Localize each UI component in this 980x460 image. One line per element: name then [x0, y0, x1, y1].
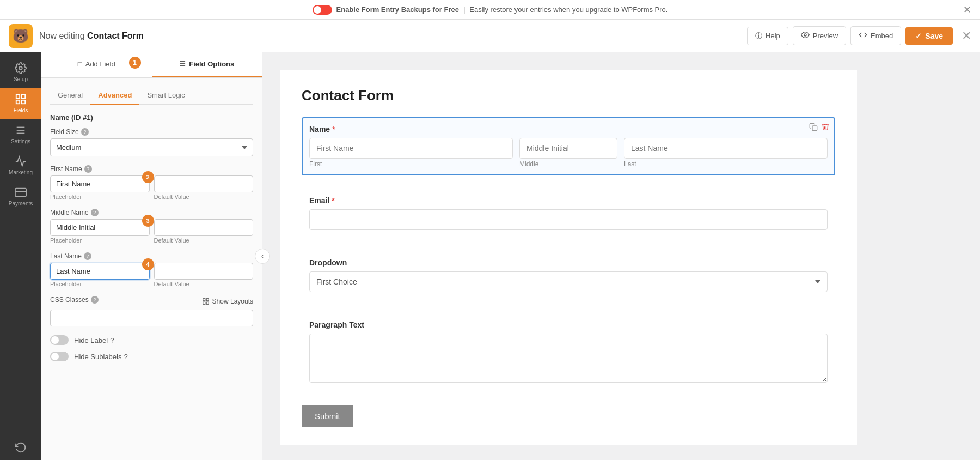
svg-point-0: [804, 34, 806, 36]
middle-name-placeholder-input[interactable]: [50, 219, 150, 236]
close-button[interactable]: ✕: [961, 29, 971, 43]
last-name-default-input[interactable]: [154, 263, 254, 280]
show-layouts-link[interactable]: Show Layouts: [202, 298, 253, 305]
email-field-label: Email *: [309, 196, 828, 205]
tab-field-options[interactable]: ☰ Field Options: [152, 52, 262, 77]
last-name-help-icon[interactable]: ?: [84, 252, 91, 260]
middle-name-default-sublabel: Default Value: [154, 237, 254, 244]
sidebar-payments-label: Payments: [9, 201, 33, 207]
sidebar-item-history[interactable]: [0, 436, 41, 460]
middle-name-placeholder-wrapper: 3: [50, 219, 150, 236]
sidebar-item-setup[interactable]: Setup: [0, 57, 41, 88]
middle-name-placeholder-col: 3 Placeholder: [50, 219, 150, 244]
paragraph-preview-textarea[interactable]: [309, 334, 828, 383]
preview-button[interactable]: Preview: [793, 26, 846, 45]
middle-name-badge: 3: [142, 215, 154, 227]
logo: 🐻: [9, 24, 33, 48]
first-name-preview-sublabel: First: [309, 160, 513, 168]
dropdown-field-wrapper[interactable]: Dropdown First Choice: [302, 251, 835, 300]
sub-tab-advanced[interactable]: Advanced: [90, 87, 139, 105]
hide-label-toggle[interactable]: [50, 335, 69, 345]
first-name-placeholder-col: 2 Placeholder: [50, 175, 150, 200]
sub-tab-smart-logic[interactable]: Smart Logic: [139, 87, 192, 105]
dropdown-field-label: Dropdown: [309, 258, 828, 267]
name-field-delete-button[interactable]: [821, 123, 830, 134]
tab-add-field[interactable]: □ Add Field 1: [41, 52, 152, 77]
email-preview-input[interactable]: [309, 209, 828, 230]
save-button[interactable]: ✓ Save: [905, 27, 953, 45]
svg-rect-12: [206, 298, 209, 300]
first-name-placeholder-input[interactable]: [50, 175, 150, 192]
help-button[interactable]: ⓘ Help: [747, 27, 788, 45]
field-options-content: General Advanced Smart Logic Name (ID #1…: [41, 78, 262, 460]
sidebar-item-settings[interactable]: Settings: [0, 119, 41, 150]
name-field-wrapper[interactable]: Name * First Middle: [302, 117, 835, 175]
first-name-default-input[interactable]: [154, 175, 254, 192]
check-icon: ✓: [915, 32, 922, 40]
dropdown-preview-select[interactable]: First Choice: [309, 271, 828, 292]
css-classes-input[interactable]: [50, 310, 253, 326]
form-title-header: Now editing Contact Form: [39, 31, 747, 41]
field-size-select[interactable]: Small Medium Large: [50, 138, 253, 156]
svg-point-1: [19, 66, 22, 70]
name-field-copy-button[interactable]: [809, 123, 818, 134]
hide-label-help-icon[interactable]: ?: [110, 336, 114, 344]
last-name-placeholder-input[interactable]: [50, 263, 150, 280]
svg-rect-9: [15, 189, 26, 197]
sidebar-item-fields[interactable]: Fields: [0, 88, 41, 119]
hide-sublabels-help-icon[interactable]: ?: [124, 353, 127, 361]
middle-name-default-input[interactable]: [154, 219, 254, 236]
svg-rect-13: [203, 302, 205, 304]
hide-label-label: Hide Label ?: [74, 336, 114, 344]
first-name-badge: 2: [142, 171, 154, 183]
backup-toggle[interactable]: [313, 5, 332, 15]
preview-email-field: Email *: [302, 189, 835, 238]
sidebar-settings-label: Settings: [11, 138, 30, 144]
form-preview-title: Contact Form: [302, 87, 835, 104]
last-name-preview-input[interactable]: [624, 138, 828, 159]
notification-bar: Enable Form Entry Backups for Free | Eas…: [0, 0, 980, 20]
middle-name-preview-input[interactable]: [519, 138, 617, 159]
middle-name-preview-sublabel: Middle: [519, 160, 617, 168]
sidebar-item-marketing[interactable]: Marketing: [0, 150, 41, 181]
sub-tab-general[interactable]: General: [50, 87, 90, 105]
submit-button[interactable]: Submit: [302, 405, 353, 427]
middle-name-label: Middle Name ?: [50, 209, 253, 216]
sidebar-marketing-label: Marketing: [9, 170, 33, 175]
sidebar-item-payments[interactable]: Payments: [0, 181, 41, 212]
header-actions: ⓘ Help Preview Embed ✓ Save ✕: [747, 26, 971, 45]
last-name-placeholder-sublabel: Placeholder: [50, 281, 150, 287]
email-field-wrapper[interactable]: Email *: [302, 189, 835, 238]
middle-name-default-col: Default Value: [154, 219, 254, 244]
name-field-actions: [809, 123, 830, 134]
hide-sublabels-toggle[interactable]: [50, 352, 69, 361]
first-name-group: First Name ? 2 Placeholder: [50, 165, 253, 200]
svg-rect-15: [812, 126, 817, 131]
panel-collapse-button[interactable]: ‹: [255, 249, 270, 264]
field-size-help-icon[interactable]: ?: [81, 128, 89, 136]
right-panel: Contact Form Name *: [262, 52, 980, 460]
last-name-badge: 4: [142, 258, 154, 270]
first-name-preview-input[interactable]: [309, 138, 513, 159]
sidebar-fields-label: Fields: [14, 107, 28, 113]
tab-add-field-label: Add Field: [85, 60, 115, 68]
first-name-inputs: 2 Placeholder Default Value: [50, 175, 253, 200]
embed-button[interactable]: Embed: [850, 26, 901, 45]
first-name-help-icon[interactable]: ?: [84, 165, 92, 173]
first-name-label: First Name ?: [50, 165, 253, 173]
middle-name-col: Middle: [519, 138, 617, 168]
svg-rect-2: [16, 95, 20, 98]
middle-name-group: Middle Name ? 3 Placeholder: [50, 209, 253, 244]
last-name-col: Last: [624, 138, 828, 168]
hide-label-row: Hide Label ?: [50, 335, 253, 345]
preview-paragraph-field: Paragraph Text: [302, 313, 835, 392]
header: 🐻 Now editing Contact Form ⓘ Help Previe…: [0, 20, 980, 52]
name-field-label: Name *: [309, 125, 828, 134]
middle-name-help-icon[interactable]: ?: [91, 209, 99, 216]
paragraph-field-wrapper[interactable]: Paragraph Text: [302, 313, 835, 392]
last-name-preview-sublabel: Last: [624, 160, 828, 168]
notif-close-button[interactable]: ✕: [963, 5, 971, 15]
embed-icon: [859, 31, 867, 41]
css-classes-help-icon[interactable]: ?: [91, 296, 99, 304]
last-name-inputs: 4 Placeholder Default Value: [50, 263, 253, 287]
